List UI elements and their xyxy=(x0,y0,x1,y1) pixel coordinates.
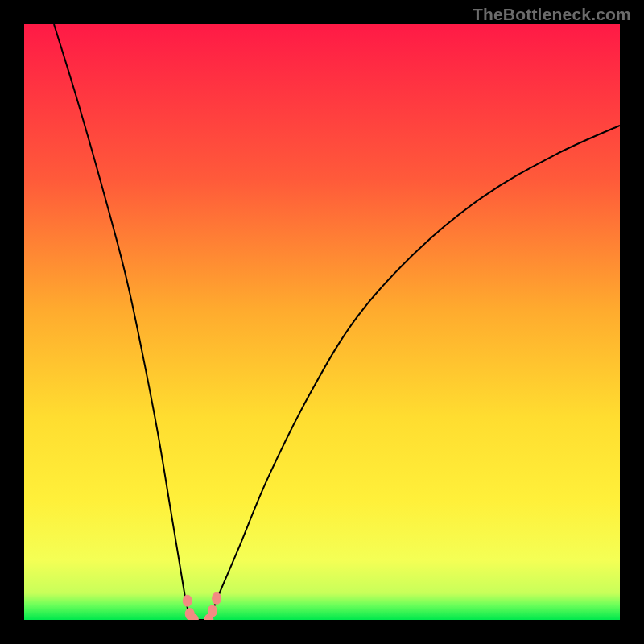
right-marker-lower xyxy=(208,605,217,617)
left-marker-upper xyxy=(183,595,192,607)
right-marker-upper xyxy=(212,592,221,605)
watermark-text: TheBottleneck.com xyxy=(473,5,631,24)
bottleneck-plot xyxy=(24,24,620,620)
gradient-background xyxy=(24,24,620,620)
chart-stage: TheBottleneck.com xyxy=(0,0,644,644)
